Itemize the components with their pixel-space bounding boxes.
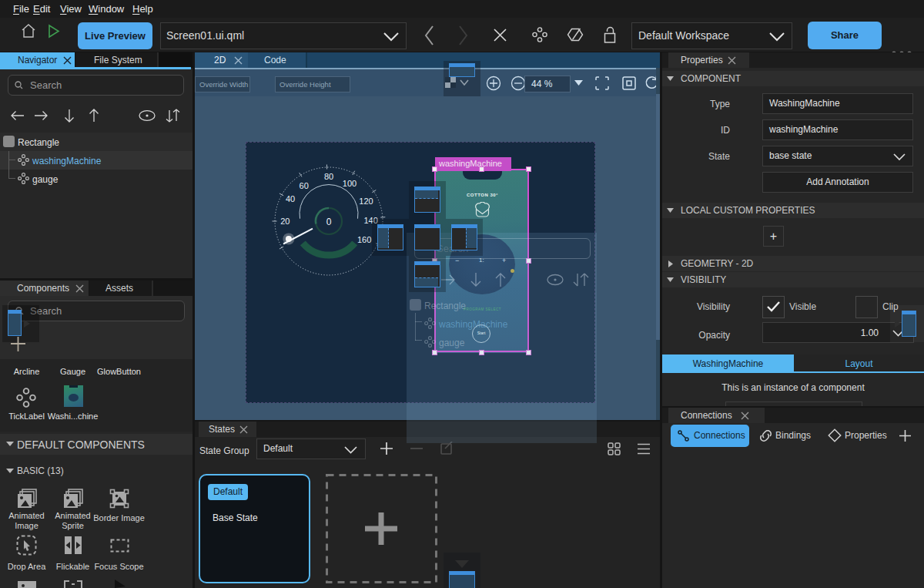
- svg-text:40: 40: [286, 194, 295, 203]
- svg-text:0: 0: [326, 217, 332, 227]
- svg-text:20: 20: [280, 217, 290, 226]
- svg-text:100: 100: [343, 179, 357, 188]
- svg-text:80: 80: [324, 172, 333, 181]
- svg-text:120: 120: [359, 197, 373, 206]
- svg-text:60: 60: [300, 181, 309, 190]
- svg-text:160: 160: [357, 235, 371, 244]
